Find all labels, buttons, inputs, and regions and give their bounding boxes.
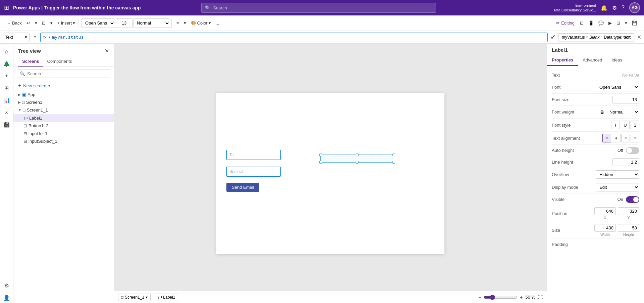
- user-icon[interactable]: 👤: [1, 292, 12, 303]
- property-select[interactable]: Text ▾: [3, 33, 30, 42]
- canvas-label1-selected[interactable]: [320, 155, 394, 163]
- search-bar[interactable]: 🔍: [201, 3, 436, 13]
- devices-dropdown-button[interactable]: ▾: [623, 19, 629, 27]
- formula-confirm-icon[interactable]: ✓: [550, 34, 555, 41]
- zoom-slider[interactable]: [484, 295, 517, 300]
- save-button[interactable]: 💾: [630, 19, 639, 27]
- align-right-button[interactable]: ≡: [621, 134, 630, 142]
- more-button[interactable]: ...: [214, 19, 221, 27]
- canvas-send-email-button[interactable]: Send Email: [226, 183, 259, 192]
- tree-item-screen1[interactable]: ▶ □ Screen1: [13, 98, 114, 106]
- tree-item-label1[interactable]: 🏷 Label1 ⋯: [13, 114, 114, 122]
- italic-button[interactable]: I: [611, 121, 620, 129]
- size-width-input[interactable]: [594, 224, 616, 232]
- tree-panel-title: Tree view: [18, 48, 41, 54]
- fullscreen-icon[interactable]: ⛶: [538, 295, 543, 300]
- play-button[interactable]: ▶: [606, 19, 614, 27]
- phone-button[interactable]: 📱: [586, 19, 596, 27]
- formula-input-area[interactable]: fx ▾ myVar.status: [40, 33, 548, 42]
- line-height-input[interactable]: [612, 158, 639, 166]
- tree-view-icon[interactable]: 🌲: [1, 58, 12, 69]
- zoom-in-button[interactable]: +: [520, 295, 523, 300]
- auto-height-toggle[interactable]: [626, 147, 639, 154]
- formula-bar-close-icon[interactable]: ✕: [637, 34, 641, 40]
- media-icon[interactable]: 🎬: [1, 119, 12, 130]
- tree-search-bar[interactable]: 🔍: [17, 70, 110, 78]
- font-select[interactable]: Open Sans: [596, 83, 639, 91]
- font-weight-prop-select[interactable]: Normal: [606, 108, 639, 116]
- tree-item-inputsubject-1[interactable]: ⊟ inputSubject_1: [13, 137, 114, 145]
- tab-ideas[interactable]: Ideas: [607, 55, 627, 66]
- new-screen-button[interactable]: + New screen ▾: [13, 81, 114, 91]
- strikethrough-button[interactable]: S: [631, 121, 639, 129]
- prop-label-padding: Padding: [552, 242, 568, 247]
- search-input[interactable]: [213, 5, 432, 10]
- tree-search-input[interactable]: [27, 71, 107, 76]
- help-icon[interactable]: ?: [622, 5, 625, 11]
- variable-icon[interactable]: x: [1, 107, 12, 118]
- size-height-input[interactable]: [618, 224, 639, 232]
- copy-dropdown-button[interactable]: ▾: [48, 19, 55, 27]
- align-button[interactable]: ≡: [174, 19, 181, 27]
- position-y-input[interactable]: [618, 207, 639, 215]
- handle-top-mid[interactable]: [356, 154, 359, 156]
- screen-pill[interactable]: □ Screen1_1 ▾: [118, 294, 151, 301]
- tree-item-inputto-1[interactable]: ⊟ inputTo_1: [13, 130, 114, 137]
- label-pill[interactable]: 🏷 Label1: [155, 294, 178, 301]
- tree-item-button1-2[interactable]: ⊡ Button1_2: [13, 122, 114, 130]
- editing-button[interactable]: ✏ Editing: [553, 19, 577, 27]
- grid-icon[interactable]: ⊞: [4, 4, 9, 11]
- tab-components[interactable]: Components: [43, 57, 76, 67]
- tree-item-screen1-1[interactable]: ▼ □ Screen1_1: [13, 106, 114, 114]
- prop-label-text-align: Text alignment: [552, 136, 580, 141]
- home-icon[interactable]: ⌂: [1, 46, 12, 57]
- undo-dropdown-button[interactable]: ▾: [33, 19, 39, 27]
- avatar[interactable]: AG: [629, 2, 640, 13]
- canvas-subject-input[interactable]: Subject: [226, 167, 281, 177]
- share-button[interactable]: ⊡: [578, 19, 586, 27]
- data-icon[interactable]: ⊞: [1, 83, 12, 93]
- add-icon[interactable]: +: [1, 71, 12, 81]
- settings-icon[interactable]: ⚙: [612, 5, 617, 11]
- chat-button[interactable]: 💬: [596, 19, 606, 27]
- position-x-input[interactable]: [594, 207, 616, 215]
- tab-advanced[interactable]: Advanced: [578, 55, 607, 66]
- handle-top-right[interactable]: [392, 154, 395, 156]
- handle-top-left[interactable]: [319, 154, 322, 156]
- underline-button[interactable]: U: [621, 121, 630, 129]
- chart-icon[interactable]: 📊: [1, 95, 12, 105]
- back-button[interactable]: ← Back: [5, 19, 24, 27]
- font-size-prop-input[interactable]: [612, 96, 639, 103]
- prop-label-display-mode: Display mode: [552, 185, 578, 190]
- notification-icon[interactable]: 🔔: [601, 5, 607, 11]
- tree-item-app[interactable]: ▶ ▣ App: [13, 91, 114, 98]
- tab-properties[interactable]: Properties: [547, 55, 578, 66]
- format-group: ≡ ▾ 🎨 Color ▾ ...: [173, 19, 223, 27]
- color-button[interactable]: 🎨 Color ▾: [189, 19, 213, 27]
- align-justify-button[interactable]: ≡: [631, 134, 639, 142]
- font-weight-select[interactable]: Normal: [133, 18, 170, 28]
- settings-sidebar-icon[interactable]: ⚙: [1, 280, 12, 291]
- prop-row-font-style: Font style I U S: [552, 119, 639, 132]
- visible-toggle[interactable]: [626, 196, 639, 203]
- insert-button[interactable]: + Insert ▾: [55, 19, 77, 27]
- back-arrow-icon: ←: [7, 20, 11, 26]
- handle-bot-left[interactable]: [319, 161, 322, 164]
- undo-button[interactable]: ↩: [24, 19, 32, 27]
- tree-panel-close-button[interactable]: ✕: [105, 48, 109, 54]
- prop-row-auto-height: Auto height Off: [552, 145, 639, 156]
- handle-bot-mid[interactable]: [356, 161, 359, 164]
- font-size-input[interactable]: [116, 18, 132, 28]
- font-family-select[interactable]: Open Sans: [82, 18, 115, 28]
- handle-bot-right[interactable]: [392, 161, 395, 164]
- align-center-button[interactable]: ⎈: [612, 134, 621, 142]
- devices-button[interactable]: ⊡: [614, 19, 622, 27]
- display-mode-select[interactable]: Edit: [596, 183, 639, 191]
- tab-screens[interactable]: Screens: [18, 57, 43, 67]
- zoom-out-button[interactable]: −: [478, 295, 481, 300]
- align-dropdown-button[interactable]: ▾: [182, 19, 188, 27]
- align-left-button[interactable]: ≡: [602, 134, 611, 142]
- overflow-select[interactable]: Hidden: [596, 170, 639, 179]
- copy-button[interactable]: ⊡: [40, 19, 48, 27]
- canvas-to-input[interactable]: To: [226, 150, 281, 160]
